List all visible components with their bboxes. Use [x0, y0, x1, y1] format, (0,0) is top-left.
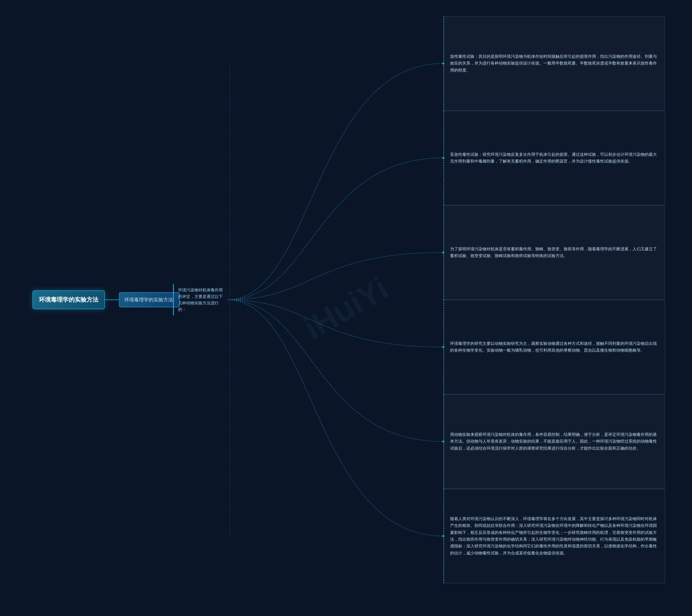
content-box-3-content: 为了探明环境污染物对机体是否有蓄积毒作用、致畸、致突变、致癌等作用，随着毒理学的…	[450, 247, 657, 258]
content-box-3: 为了探明环境污染物对机体是否有蓄积毒作用、致畸、致突变、致癌等作用，随着毒理学的…	[443, 205, 665, 300]
content-boxes: 急性毒性试验：其目的是探明环境污染物与机体作短时间接触后所引起的损害作用，找出污…	[443, 16, 665, 583]
mind-map-wrapper: 环境毒理学的实验方法 环境毒理学的实验方法: 环境污染物对机体毒作用的评定，主要…	[22, 16, 670, 583]
content-box-4-content: 环境毒理学的研究主要以动物实验研究为主，观察实验动物通过各种方式和途径，接触不同…	[450, 342, 657, 352]
content-box-4-text: 环境毒理学的研究主要以动物实验研究为主，观察实验动物通过各种方式和途径，接触不同…	[450, 340, 659, 354]
mid-node: 环境毒理学的实验方法:	[119, 292, 180, 307]
root-node-label: 环境毒理学的实验方法	[39, 296, 98, 303]
content-box-6: 随着人类对环境污染物认识的不断深入，环境毒理学将在多个方向发展，其中主要是探讨多…	[443, 489, 665, 583]
content-box-6-text: 随着人类对环境污染物认识的不断深入，环境毒理学将在多个方向发展，其中主要是探讨多…	[450, 515, 659, 556]
content-box-5: 用动物实验来观察环境污染物对机体的毒作用，条件容易控制，结果明确，便于分析，是评…	[443, 394, 665, 489]
desc-node: 环境污染物对机体毒作用的评定，主要是通过以下几种动物实验方法进行的：	[173, 284, 227, 315]
content-box-5-text: 用动物实验来观察环境污染物对机体的毒作用，条件容易控制，结果明确，便于分析，是评…	[450, 431, 659, 452]
content-box-2-content: 亚急性毒性试验：研究环境污染物反复多次作用于机体引起的损害。通过这种试验，可以初…	[450, 152, 657, 163]
content-box-1-content: 急性毒性试验：其目的是探明环境污染物与机体作短时间接触后所引起的损害作用，找出污…	[450, 54, 657, 72]
content-box-2-text: 亚急性毒性试验：研究环境污染物反复多次作用于机体引起的损害。通过这种试验，可以初…	[450, 151, 659, 165]
content-box-2: 亚急性毒性试验：研究环境污染物反复多次作用于机体引起的损害。通过这种试验，可以初…	[443, 111, 665, 205]
content-box-5-content: 用动物实验来观察环境污染物对机体的毒作用，条件容易控制，结果明确，便于分析，是评…	[450, 432, 657, 450]
root-node: 环境毒理学的实验方法	[33, 290, 105, 309]
content-box-6-content: 随着人类对环境污染物认识的不断深入，环境毒理学将在多个方向发展，其中主要是探讨多…	[450, 516, 657, 555]
content-box-1-text: 急性毒性试验：其目的是探明环境污染物与机体作短时间接触后所引起的损害作用，找出污…	[450, 53, 659, 74]
page-container: 环境毒理学的实验方法 环境毒理学的实验方法: 环境污染物对机体毒作用的评定，主要…	[0, 0, 692, 599]
desc-node-text: 环境污染物对机体毒作用的评定，主要是通过以下几种动物实验方法进行的：	[178, 288, 223, 312]
content-box-4: 环境毒理学的研究主要以动物实验研究为主，观察实验动物通过各种方式和途径，接触不同…	[443, 300, 665, 394]
content-box-1: 急性毒性试验：其目的是探明环境污染物与机体作短时间接触后所引起的损害作用，找出污…	[443, 16, 665, 111]
content-box-3-text: 为了探明环境污染物对机体是否有蓄积毒作用、致畸、致突变、致癌等作用，随着毒理学的…	[450, 246, 659, 260]
mid-node-label: 环境毒理学的实验方法:	[124, 297, 174, 303]
